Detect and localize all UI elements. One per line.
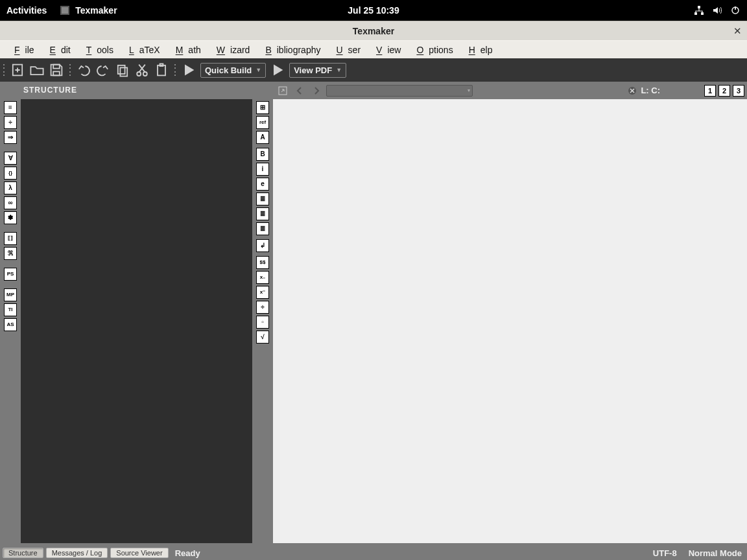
prev-file-icon[interactable] bbox=[292, 84, 307, 98]
symbol-icon-9[interactable]: ℜ bbox=[4, 247, 17, 260]
format-icon-7[interactable]: ≣ bbox=[256, 207, 269, 220]
symbol-icon-4[interactable]: {} bbox=[4, 167, 17, 180]
menu-edit[interactable]: Edit bbox=[40, 42, 76, 58]
toolbar-grip-2[interactable] bbox=[68, 62, 72, 78]
svg-rect-13 bbox=[158, 65, 165, 76]
save-file-icon[interactable] bbox=[49, 62, 64, 78]
messages-toggle-button[interactable]: Messages / Log bbox=[46, 548, 108, 558]
format-icon-6[interactable]: ≣ bbox=[256, 192, 269, 205]
menu-help[interactable]: Help bbox=[458, 42, 498, 58]
symbol-icon-11[interactable]: MP bbox=[4, 288, 17, 301]
undo-icon[interactable] bbox=[76, 62, 91, 78]
menu-view[interactable]: View bbox=[366, 42, 406, 58]
view-pdf-dropdown[interactable]: View PDF▼ bbox=[289, 63, 346, 78]
status-ready: Ready bbox=[175, 548, 200, 558]
jump-icon[interactable] bbox=[276, 84, 290, 98]
svg-point-12 bbox=[143, 72, 147, 76]
editor-tabbar: L: C: 1 2 3 bbox=[273, 82, 747, 99]
format-icon-13[interactable]: ÷ bbox=[256, 301, 269, 314]
quick-build-dropdown[interactable]: Quick Build▼ bbox=[200, 63, 266, 78]
toolbar-grip-1[interactable] bbox=[2, 62, 6, 78]
symbol-icon-5[interactable]: λ bbox=[4, 181, 17, 194]
toolbar-grip-3[interactable] bbox=[173, 62, 177, 78]
status-encoding: UTF-8 bbox=[653, 548, 677, 558]
chevron-down-icon: ▼ bbox=[336, 67, 342, 73]
structure-tree[interactable] bbox=[21, 99, 252, 543]
format-icon-4[interactable]: i bbox=[256, 163, 269, 176]
menu-wizard[interactable]: Wizard bbox=[206, 42, 255, 58]
format-icon-12[interactable]: x⁻ bbox=[256, 286, 269, 299]
window-title: Texmaker bbox=[353, 26, 394, 36]
new-file-icon[interactable] bbox=[10, 62, 25, 78]
format-icon-14[interactable]: ▫ bbox=[256, 316, 269, 329]
menu-options[interactable]: Options bbox=[406, 42, 458, 58]
menubar: File Edit Tools LaTeX Math Wizard Biblio… bbox=[0, 40, 747, 58]
format-icon-8[interactable]: ≣ bbox=[256, 222, 269, 235]
format-icon-1[interactable]: ref bbox=[256, 116, 269, 129]
volume-icon[interactable] bbox=[712, 5, 722, 16]
source-viewer-toggle-button[interactable]: Source Viewer bbox=[110, 548, 168, 558]
format-icon-15[interactable]: √ bbox=[256, 331, 269, 344]
format-icon-5[interactable]: e bbox=[256, 178, 269, 191]
redo-icon[interactable] bbox=[95, 62, 111, 78]
symbol-icon-1[interactable]: ÷ bbox=[4, 116, 17, 129]
titlebar[interactable]: Texmaker ✕ bbox=[0, 21, 747, 40]
menu-bibliography[interactable]: Bibliography bbox=[255, 42, 326, 58]
copy-icon[interactable] bbox=[115, 62, 130, 78]
menu-math[interactable]: Math bbox=[165, 42, 206, 58]
panel-2-button[interactable]: 2 bbox=[718, 85, 730, 97]
menu-file[interactable]: File bbox=[4, 42, 40, 58]
svg-rect-3 bbox=[694, 12, 697, 15]
format-icon-10[interactable]: $$ bbox=[256, 256, 269, 269]
activities-button[interactable]: Activities bbox=[6, 5, 47, 16]
symbol-icon-3[interactable]: ∀ bbox=[4, 152, 17, 165]
menu-tools[interactable]: Tools bbox=[76, 42, 119, 58]
run-view-pdf-icon[interactable] bbox=[270, 62, 285, 78]
format-icon-3[interactable]: B bbox=[256, 148, 269, 161]
close-doc-icon[interactable] bbox=[626, 85, 638, 97]
structure-toggle-button[interactable]: Structure bbox=[3, 548, 43, 558]
status-mode: Normal Mode bbox=[689, 548, 742, 558]
statusbar: Structure Messages / Log Source Viewer R… bbox=[0, 546, 747, 560]
svg-rect-1 bbox=[62, 7, 68, 14]
panel-3-button[interactable]: 3 bbox=[733, 85, 744, 97]
chevron-down-icon: ▼ bbox=[255, 67, 261, 73]
svg-rect-9 bbox=[118, 65, 125, 74]
file-selector-dropdown[interactable] bbox=[326, 85, 473, 97]
symbol-icon-0[interactable]: ≡ bbox=[4, 101, 17, 114]
menu-user[interactable]: User bbox=[326, 42, 366, 58]
symbol-icon-6[interactable]: ∞ bbox=[4, 196, 17, 209]
panel-1-button[interactable]: 1 bbox=[704, 85, 716, 97]
run-quick-build-icon[interactable] bbox=[181, 62, 196, 78]
svg-rect-8 bbox=[53, 71, 60, 75]
editor-area[interactable] bbox=[273, 99, 747, 543]
format-icon-11[interactable]: x₋ bbox=[256, 271, 269, 284]
app-menu[interactable]: Texmaker bbox=[60, 5, 117, 16]
svg-rect-4 bbox=[701, 12, 704, 15]
cursor-position: L: C: bbox=[641, 86, 660, 95]
format-icon-0[interactable]: ⊞ bbox=[256, 101, 269, 114]
network-icon[interactable] bbox=[694, 5, 704, 16]
cut-icon[interactable] bbox=[134, 62, 150, 78]
next-file-icon[interactable] bbox=[309, 84, 324, 98]
svg-rect-2 bbox=[698, 6, 700, 8]
symbol-icon-2[interactable]: ⇒ bbox=[4, 131, 17, 144]
format-strip: ⊞refABie≣≣≣↲$$x₋x⁻÷▫√ bbox=[252, 82, 273, 546]
open-file-icon[interactable] bbox=[29, 62, 45, 78]
menu-latex[interactable]: LaTeX bbox=[119, 42, 165, 58]
svg-rect-10 bbox=[120, 67, 127, 76]
symbol-icon-7[interactable]: ✽ bbox=[4, 211, 17, 224]
symbol-icon-12[interactable]: TI bbox=[4, 303, 17, 316]
power-icon[interactable] bbox=[730, 5, 741, 16]
clock[interactable]: Jul 25 10:39 bbox=[348, 5, 399, 16]
close-window-button[interactable]: ✕ bbox=[733, 25, 742, 37]
symbol-icon-8[interactable]: ⟦⟧ bbox=[4, 232, 17, 245]
symbol-icon-10[interactable]: PS bbox=[4, 268, 17, 281]
symbol-icon-13[interactable]: AS bbox=[4, 318, 17, 331]
svg-point-11 bbox=[137, 72, 141, 76]
structure-header: STRUCTURE bbox=[21, 82, 252, 99]
format-icon-9[interactable]: ↲ bbox=[256, 239, 269, 252]
paste-icon[interactable] bbox=[154, 62, 169, 78]
main-toolbar: Quick Build▼ View PDF▼ bbox=[0, 58, 747, 82]
format-icon-2[interactable]: A bbox=[256, 131, 269, 144]
